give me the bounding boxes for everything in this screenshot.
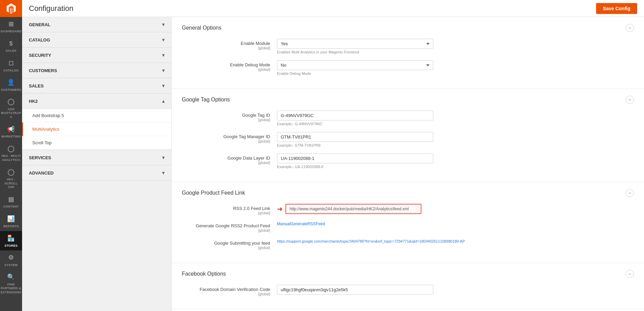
left-panel: GENERAL ▾ CATALOG ▾ SECURITY ▾ [22, 17, 172, 311]
dashboard-icon: ⊞ [8, 20, 14, 28]
accordion-header-services[interactable]: SERVICES ▾ [22, 150, 171, 165]
label-col-google-submit: Google Submitting your feed [global] [182, 239, 277, 250]
link-generate-rss[interactable]: ManualGenerateRSSFeed [277, 222, 325, 226]
section-title-facebook: Facebook Options [182, 271, 226, 277]
accordion-label-sales: SALES [29, 83, 43, 88]
sidebar-item-customers[interactable]: 👤 CUSTOMERS [0, 75, 22, 95]
section-collapse-general[interactable]: − [626, 24, 634, 32]
accordion-label-catalog: CATALOG [29, 37, 50, 43]
sub-label-enable-debug: [global] [182, 67, 270, 71]
sidebar-sub-item-multianalytics[interactable]: MultiAnalytics [22, 122, 171, 136]
sidebar-item-dashboard[interactable]: ⊞ DASHBOARD [0, 17, 22, 36]
control-col-gtm-id: Example:- GTM-TV81PR6 [277, 132, 634, 147]
hint-enable-module: Enables Multi Analytics in your Magento … [277, 50, 634, 54]
section-title-general: General Options [182, 25, 222, 31]
sidebar-item-hk2-multi[interactable]: ◯ HK2 - MULTI ANALYTICS [0, 142, 22, 165]
label-data-layer-id: Google Data Layer ID [227, 156, 270, 161]
sub-label-gtm-id: [global] [182, 139, 270, 143]
input-fb-domain[interactable] [277, 285, 433, 295]
section-collapse-facebook[interactable]: − [626, 270, 634, 278]
chevron-down-icon: ▾ [162, 68, 164, 73]
sidebar-item-reports[interactable]: 📊 REPORTS [0, 212, 22, 231]
accordion-catalog: CATALOG ▾ [22, 32, 171, 48]
chevron-up-icon: ▴ [162, 98, 164, 104]
sidebar-item-marketing[interactable]: 📢 MARKETING [0, 122, 22, 142]
form-row-enable-debug: Enable Debug Mode [global] No Yes Enable… [182, 60, 634, 76]
sidebar: ⊞ DASHBOARD $ SALES ◻ CATALOG 👤 CUSTOMER… [0, 0, 22, 311]
chevron-down-icon: ▾ [162, 22, 164, 27]
input-gtm-id[interactable] [277, 132, 433, 142]
accordion-header-hk2[interactable]: HK2 ▴ [22, 94, 171, 109]
select-enable-module[interactable]: Yes No [277, 39, 433, 49]
sales-icon: $ [9, 40, 13, 48]
sub-label-google-tag-id: [global] [182, 118, 270, 122]
label-google-tag-id: Google Tag ID [242, 113, 270, 118]
sidebar-sub-item-scroll-top[interactable]: Scroll Top [22, 136, 171, 150]
accordion-security: SECURITY ▾ [22, 48, 171, 63]
accordion-header-catalog[interactable]: CATALOG ▾ [22, 32, 171, 47]
label-gtm-id: Google Tag Manager ID [223, 134, 270, 139]
control-col-enable-module: Yes No Enables Multi Analytics in your M… [277, 39, 634, 54]
hint-google-tag-id: Example:- G-49NVV979NC [277, 122, 634, 126]
chevron-down-icon: ▾ [162, 37, 164, 43]
catalog-icon: ◻ [8, 59, 14, 67]
sidebar-sub-item-add-bootstrap[interactable]: Add Bootstrap 5 [22, 109, 171, 122]
content-icon: ▤ [8, 196, 14, 203]
sidebar-item-add-bootstrap[interactable]: ◯ ADD BOOTSTRAP 5 [0, 95, 22, 122]
section-collapse-google-feed[interactable]: − [626, 189, 634, 197]
section-header-google-tag: Google Tag Options − [182, 96, 634, 104]
accordion-label-customers: CUSTOMERS [29, 68, 57, 73]
section-header-facebook: Facebook Options − [182, 270, 634, 278]
sidebar-item-sales[interactable]: $ SALES [0, 36, 22, 56]
reports-icon: 📊 [7, 215, 15, 223]
link-google-submit[interactable]: https://support.google.com/merchants/top… [277, 239, 465, 243]
arrow-indicator-icon: ➜ [277, 205, 283, 213]
page-title: Configuration [29, 4, 73, 13]
accordion-header-security[interactable]: SECURITY ▾ [22, 48, 171, 63]
section-header-general: General Options − [182, 24, 634, 32]
sidebar-item-catalog[interactable]: ◻ CATALOG [0, 56, 22, 75]
input-google-tag-id[interactable] [277, 111, 433, 120]
form-row-data-layer-id: Google Data Layer ID [global] Example:- … [182, 153, 634, 169]
input-rss-feed-link[interactable] [285, 204, 421, 214]
input-data-layer-id[interactable] [277, 153, 433, 163]
accordion-header-general[interactable]: GENERAL ▾ [22, 17, 171, 32]
control-col-enable-debug: No Yes Enable Debug Mode [277, 60, 634, 76]
sidebar-item-system[interactable]: ⚙ SYSTEM [0, 250, 22, 270]
label-enable-debug: Enable Debug Mode [230, 62, 270, 67]
sidebar-item-stores[interactable]: 🏪 STORES [0, 231, 22, 250]
label-col-rss-feed: RSS 2.0 Feed Link [global] [182, 204, 277, 215]
system-icon: ⚙ [8, 254, 14, 262]
section-collapse-google-tag[interactable]: − [626, 96, 634, 104]
accordion-services: SERVICES ▾ [22, 150, 171, 165]
feed-link-box: ➜ [277, 204, 634, 214]
accordion-advanced: ADVANCED ▾ [22, 165, 171, 181]
sidebar-item-content[interactable]: ▤ CONTENT [0, 192, 22, 212]
section-facebook-options: Facebook Options − Facebook Domain Verif… [172, 263, 644, 309]
customers-icon: 👤 [7, 79, 15, 86]
find-partners-icon: 🔍 [7, 273, 15, 281]
label-col-google-tag-id: Google Tag ID [global] [182, 111, 277, 122]
chevron-down-icon: ▾ [162, 155, 164, 160]
form-row-gtm-id: Google Tag Manager ID [global] Example:-… [182, 132, 634, 147]
accordion-header-sales[interactable]: SALES ▾ [22, 78, 171, 93]
section-general-options: General Options − Enable Module [global]… [172, 17, 644, 89]
hk2-multi-icon: ◯ [7, 145, 14, 153]
accordion-header-customers[interactable]: CUSTOMERS ▾ [22, 63, 171, 78]
form-row-fb-domain: Facebook Domain Verification Code [globa… [182, 285, 634, 296]
sidebar-item-hk2-scroll[interactable]: ◯ HK2 - SCROLL TOP [0, 165, 22, 192]
label-col-gtm-id: Google Tag Manager ID [global] [182, 132, 277, 143]
accordion-label-security: SECURITY [29, 53, 51, 58]
accordion-sub-hk2: Add Bootstrap 5 MultiAnalytics Scroll To… [22, 109, 171, 150]
select-enable-debug[interactable]: No Yes [277, 60, 433, 70]
label-col-data-layer-id: Google Data Layer ID [global] [182, 153, 277, 165]
sidebar-item-find-partners[interactable]: 🔍 FIND PARTNERS & EXTENSIONS [0, 270, 22, 297]
sub-label-enable-module: [global] [182, 46, 270, 50]
add-bootstrap-icon: ◯ [7, 98, 14, 106]
hint-data-layer-id: Example:- UA-119002088-8 [277, 165, 634, 169]
accordion-header-advanced[interactable]: ADVANCED ▾ [22, 165, 171, 180]
label-generate-rss: Generate Google RSS2 Product Feed [196, 223, 270, 228]
label-col-enable-debug: Enable Debug Mode [global] [182, 60, 277, 71]
save-config-button[interactable]: Save Config [596, 3, 637, 14]
sub-label-data-layer-id: [global] [182, 161, 270, 165]
